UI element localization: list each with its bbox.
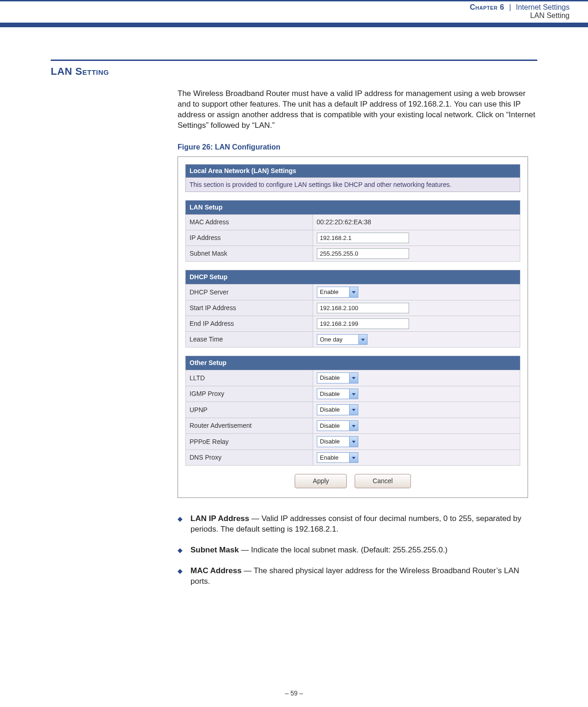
table-row: MAC Address 00:22:2D:62:EA:38 <box>186 215 520 230</box>
table-row: End IP Address <box>186 316 520 331</box>
pppoe-relay-select[interactable]: Disable <box>317 436 358 447</box>
table-row: Router Advertisement Disable <box>186 418 520 434</box>
intro-paragraph: The Wireless Broadband Router must have … <box>178 89 537 131</box>
list-item: ◆ LAN IP Address — Valid IP addresses co… <box>178 514 537 535</box>
ip-address-input[interactable] <box>317 233 409 243</box>
mac-address-label: MAC Address <box>186 215 313 230</box>
router-advertisement-select[interactable]: Disable <box>317 420 358 431</box>
section-rule <box>51 60 537 61</box>
router-advertisement-label: Router Advertisement <box>186 418 313 434</box>
list-item: ◆ MAC Address — The shared physical laye… <box>178 566 537 587</box>
table-row: IGMP Proxy Disable <box>186 386 520 402</box>
cancel-button[interactable]: Cancel <box>355 474 411 488</box>
table-row: DNS Proxy Enable <box>186 449 520 466</box>
page-number: – 59 – <box>0 689 588 697</box>
section-title: LAN Setting <box>51 66 537 78</box>
bullet-label: LAN IP Address <box>190 514 249 523</box>
list-item: ◆ Subnet Mask — Indicate the local subne… <box>178 545 537 556</box>
lan-setup-header: LAN Setup <box>186 201 520 215</box>
panel-title: Local Area Network (LAN) Settings <box>185 164 520 178</box>
table-row: LLTD Disable <box>186 370 520 386</box>
lease-time-label: Lease Time <box>186 331 313 348</box>
lease-time-select[interactable]: One day <box>317 334 368 345</box>
bullet-label: MAC Address <box>190 566 242 575</box>
other-setup-table: Other Setup LLTD Disable IGMP Proxy Disa… <box>185 356 520 466</box>
table-row: Subnet Mask <box>186 246 520 262</box>
table-row: UPNP Disable <box>186 402 520 418</box>
end-ip-input[interactable] <box>317 318 409 329</box>
header-separator: | <box>506 3 514 11</box>
lan-setup-table: LAN Setup MAC Address 00:22:2D:62:EA:38 … <box>185 200 520 262</box>
lan-config-screenshot: Local Area Network (LAN) Settings This s… <box>178 156 528 498</box>
bullet-text: — Indicate the local subnet mask. (Defau… <box>239 545 448 554</box>
subcategory-label: LAN Setting <box>0 12 570 20</box>
dhcp-setup-table: DHCP Setup DHCP Server Enable Start IP A… <box>185 270 520 348</box>
header-blue-bar <box>0 23 588 27</box>
page-header: Chapter 6 | Internet Settings LAN Settin… <box>0 1 588 23</box>
dns-proxy-label: DNS Proxy <box>186 449 313 466</box>
end-ip-label: End IP Address <box>186 316 313 331</box>
start-ip-input[interactable] <box>317 303 409 313</box>
start-ip-label: Start IP Address <box>186 300 313 316</box>
figure-caption: Figure 26: LAN Configuration <box>178 142 537 152</box>
diamond-icon: ◆ <box>178 545 190 556</box>
mac-address-value: 00:22:2D:62:EA:38 <box>313 215 520 230</box>
upnp-label: UPNP <box>186 402 313 418</box>
diamond-icon: ◆ <box>178 566 190 587</box>
lltd-select[interactable]: Disable <box>317 372 358 383</box>
apply-button[interactable]: Apply <box>295 474 347 488</box>
subnet-mask-input[interactable] <box>317 248 409 259</box>
table-row: IP Address <box>186 230 520 246</box>
bullet-label: Subnet Mask <box>190 545 239 554</box>
ip-address-label: IP Address <box>186 230 313 246</box>
dhcp-server-select[interactable]: Enable <box>317 287 358 298</box>
igmp-proxy-label: IGMP Proxy <box>186 386 313 402</box>
lltd-label: LLTD <box>186 370 313 386</box>
chapter-label: Chapter 6 <box>470 3 505 11</box>
table-row: Start IP Address <box>186 300 520 316</box>
panel-description: This section is provided to configure LA… <box>185 178 520 192</box>
dns-proxy-select[interactable]: Enable <box>317 452 358 463</box>
bullet-list: ◆ LAN IP Address — Valid IP addresses co… <box>178 514 537 587</box>
category-label: Internet Settings <box>516 3 570 11</box>
diamond-icon: ◆ <box>178 514 190 535</box>
table-row: DHCP Server Enable <box>186 284 520 300</box>
dhcp-setup-header: DHCP Setup <box>186 270 520 284</box>
table-row: Lease Time One day <box>186 331 520 348</box>
upnp-select[interactable]: Disable <box>317 404 358 415</box>
other-setup-header: Other Setup <box>186 356 520 370</box>
dhcp-server-label: DHCP Server <box>186 284 313 300</box>
igmp-proxy-select[interactable]: Disable <box>317 389 358 400</box>
table-row: PPPoE Relay Disable <box>186 434 520 450</box>
button-row: Apply Cancel <box>185 474 520 488</box>
pppoe-relay-label: PPPoE Relay <box>186 434 313 450</box>
subnet-mask-label: Subnet Mask <box>186 246 313 262</box>
